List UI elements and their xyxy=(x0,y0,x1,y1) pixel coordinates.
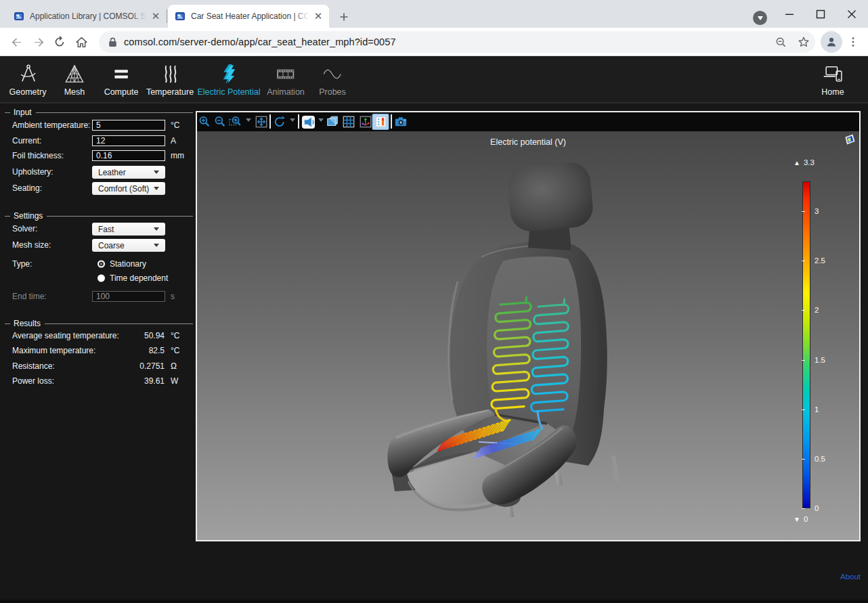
zoom-box-dropdown-arrow[interactable] xyxy=(246,118,251,122)
colorbar-min-marker: ▼ 0 xyxy=(794,515,808,523)
resistance-value: 0.2751 xyxy=(139,361,165,371)
tab-title-fade xyxy=(294,12,309,21)
end-time-unit: s xyxy=(171,292,175,301)
resistance-label: Resistance: xyxy=(12,361,55,371)
max-triangle-icon: ▲ xyxy=(794,159,800,166)
section-rule-dash xyxy=(5,112,10,113)
ribbon-animation-button[interactable]: Animation xyxy=(267,62,305,97)
stationary-radio[interactable] xyxy=(97,261,105,268)
url-text: comsol.com/server-demo/app/car_seat_heat… xyxy=(124,37,396,47)
zoom-indicator-icon[interactable] xyxy=(770,31,791,53)
time-dependent-radio-label: Time dependent xyxy=(110,273,168,283)
lightning-bolt-icon xyxy=(197,62,260,86)
dropdown-arrow-icon xyxy=(154,244,159,247)
ambient-temperature-input[interactable] xyxy=(92,120,165,131)
ribbon-compute-button[interactable]: Compute xyxy=(104,62,139,97)
section-rule-line xyxy=(45,323,193,324)
maximum-temperature-value: 82.5 xyxy=(149,346,165,355)
ambient-temperature-unit: °C xyxy=(171,120,179,130)
scene-light-button[interactable] xyxy=(301,114,316,129)
ribbon-home-button[interactable]: Home xyxy=(821,62,844,97)
section-rule-dash xyxy=(5,216,10,217)
resistance-unit: Ω xyxy=(171,361,177,371)
film-strip-icon xyxy=(267,62,305,86)
dropdown-arrow-icon xyxy=(154,227,159,231)
colorbar-tick-label: 1 xyxy=(815,405,819,414)
colorbar-tick-label: 0.5 xyxy=(815,455,825,463)
reload-button[interactable] xyxy=(49,31,70,53)
color-legend-button-active[interactable] xyxy=(372,114,389,130)
url-bar[interactable]: comsol.com/server-demo/app/car_seat_heat… xyxy=(99,31,815,53)
orientation-axes-button[interactable] xyxy=(358,114,373,129)
type-label: Type: xyxy=(12,259,32,269)
ribbon-electric-potential-button[interactable]: Electric Potential xyxy=(197,62,260,97)
dropdown-arrow-icon xyxy=(154,187,159,190)
forward-button[interactable] xyxy=(28,31,49,53)
bookmark-star-icon[interactable] xyxy=(793,31,815,53)
foil-thickness-input[interactable] xyxy=(92,150,165,161)
zoom-out-button[interactable] xyxy=(213,114,227,129)
ribbon-geometry-button[interactable]: Geometry xyxy=(9,62,47,97)
end-time-input[interactable] xyxy=(92,291,165,302)
new-tab-button[interactable] xyxy=(336,9,352,25)
section-rule-line xyxy=(36,112,193,113)
rotate-dropdown-arrow[interactable] xyxy=(290,118,295,122)
sidebar: Input Ambient temperature: °C Current: A… xyxy=(0,104,196,541)
lock-icon xyxy=(108,37,117,47)
geometry-compass-icon xyxy=(9,62,47,86)
ribbon-mesh-button[interactable]: Mesh xyxy=(64,62,85,97)
browser-tab-application-library[interactable]: Application Library | COMSOL Ser ✕ xyxy=(7,5,167,28)
tab-title: Car Seat Heater Application | COM xyxy=(191,12,309,21)
zoom-box-button[interactable] xyxy=(227,114,242,129)
colorbar-tick xyxy=(802,508,805,509)
graphics-canvas[interactable]: Electric potential (V) xyxy=(197,131,859,540)
colorbar-tick-label: 2.5 xyxy=(815,256,825,265)
time-dependent-radio[interactable] xyxy=(97,275,105,282)
zoom-in-button[interactable] xyxy=(197,114,212,129)
heat-waves-icon xyxy=(146,62,194,86)
snapshot-camera-button[interactable] xyxy=(393,114,408,129)
ribbon-probes-button[interactable]: Probes xyxy=(319,62,346,97)
window-close-button[interactable] xyxy=(836,0,867,28)
input-section-header: Input xyxy=(0,108,193,117)
about-link[interactable]: About xyxy=(840,573,861,581)
rotate-view-button[interactable] xyxy=(272,114,287,129)
scene-light-dropdown-arrow[interactable] xyxy=(318,118,324,122)
colorbar-tick xyxy=(802,211,805,212)
window-minimize-button[interactable] xyxy=(774,0,805,28)
results-section-header: Results xyxy=(0,319,193,328)
home-button[interactable] xyxy=(70,31,92,53)
app-ribbon: Geometry Mesh Compute xyxy=(0,57,868,104)
grid-button[interactable] xyxy=(341,114,356,129)
seating-dropdown[interactable]: Comfort (Soft) xyxy=(92,182,165,195)
profile-avatar[interactable] xyxy=(821,31,842,53)
devices-icon xyxy=(821,62,844,86)
mesh-size-dropdown[interactable]: Coarse xyxy=(92,239,165,252)
solver-label: Solver: xyxy=(12,224,37,233)
browser-menu-icon[interactable] xyxy=(842,31,864,53)
current-label: Current: xyxy=(12,136,41,146)
colorbar-max-marker: ▲ 3.3 xyxy=(794,158,815,166)
colorbar-tick-label: 1.5 xyxy=(815,356,825,364)
upholstery-label: Upholstery: xyxy=(12,167,53,177)
solver-dropdown[interactable]: Fast xyxy=(92,223,165,236)
tab-title: Application Library | COMSOL Ser xyxy=(30,12,146,21)
window-maximize-button[interactable] xyxy=(805,0,836,28)
zoom-extents-button[interactable] xyxy=(254,114,269,129)
settings-section-header: Settings xyxy=(0,211,193,221)
ribbon-temperature-button[interactable]: Temperature xyxy=(146,62,194,97)
transparency-button[interactable] xyxy=(325,114,340,129)
maximum-temperature-label: Maximum temperature: xyxy=(12,346,95,355)
browser-tab-car-seat-heater[interactable]: Car Seat Heater Application | COM ✕ xyxy=(168,5,329,28)
tab-search-button[interactable] xyxy=(753,11,767,25)
car-seat-3d-model[interactable] xyxy=(197,131,859,540)
back-button[interactable] xyxy=(5,31,27,53)
upholstery-dropdown[interactable]: Leather xyxy=(92,166,165,179)
ambient-temperature-label: Ambient temperature: xyxy=(12,120,90,130)
colorbar-tick xyxy=(802,310,805,311)
current-input[interactable] xyxy=(92,135,165,146)
colorbar-max-value: 3.3 xyxy=(804,158,815,166)
foil-thickness-label: Foil thickness: xyxy=(12,151,64,160)
tab-close-icon[interactable]: ✕ xyxy=(313,11,324,22)
tab-close-icon[interactable]: ✕ xyxy=(150,11,161,22)
